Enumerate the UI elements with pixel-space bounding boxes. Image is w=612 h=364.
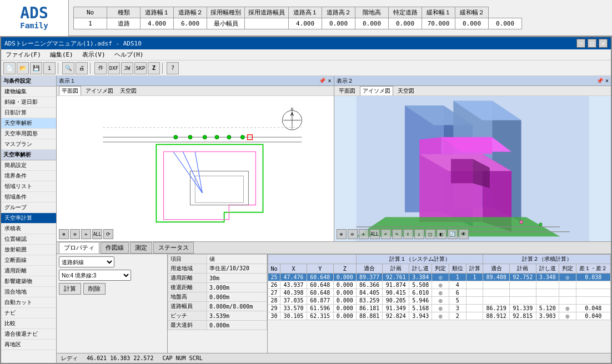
view1-close-icon[interactable]: × bbox=[328, 78, 331, 84]
view2-tab-iso[interactable]: アイソメ図 bbox=[360, 86, 393, 95]
header-th: 緩和幅１ bbox=[422, 7, 455, 18]
menu-help[interactable]: ヘルプ(H) bbox=[112, 49, 146, 60]
panel-tab-status[interactable]: ステータス bbox=[153, 242, 194, 254]
view1-pan[interactable]: ✛ bbox=[81, 229, 91, 239]
data-row[interactable]: 2643.93760.6480.00086.36691.8745.508◎4 bbox=[268, 281, 611, 289]
view2-pan[interactable]: ✛ bbox=[359, 229, 369, 239]
view1-tab-tenkuu[interactable]: 天空図 bbox=[118, 87, 139, 95]
props-row: ピッチ3.539m bbox=[168, 311, 267, 321]
view2-extra1[interactable]: □ bbox=[425, 229, 435, 239]
panel-tab-property[interactable]: プロパティ bbox=[59, 242, 99, 254]
view2-fit[interactable]: ALL bbox=[370, 229, 380, 239]
view2-tab-heimen[interactable]: 平面図 bbox=[337, 87, 358, 95]
sidebar-item-kyokai[interactable]: 境界条件 bbox=[1, 171, 56, 181]
view2-zoom-out[interactable]: ⊖ bbox=[348, 229, 358, 239]
del-button[interactable]: 削除 bbox=[83, 283, 106, 295]
sidebar-item-eikyo[interactable]: 影響建築物 bbox=[1, 276, 56, 287]
data-row[interactable]: 2740.39860.6480.00084.40590.4156.010◎6 bbox=[268, 289, 611, 297]
toolbar-btn-dxf[interactable]: DXF bbox=[108, 62, 120, 74]
minimize-button[interactable]: － bbox=[576, 39, 585, 48]
view2-tilt2[interactable]: ↓ bbox=[414, 229, 424, 239]
sidebar-item-jidocut[interactable]: 自動カット bbox=[1, 297, 56, 308]
view2-rotate1[interactable]: ↶ bbox=[381, 229, 391, 239]
view2-canvas: ⊕ ⊖ ✛ ALL ↶ ↷ ↑ ↓ □ ◧ 🔄 👁 bbox=[334, 96, 611, 241]
data-row[interactable]: 2933.57061.5960.00086.18191.3495.168◎386… bbox=[268, 305, 611, 312]
data-cell: 0.000 bbox=[333, 289, 356, 297]
toolbar-btn-info[interactable]: i bbox=[43, 62, 56, 74]
view2-close-icon[interactable]: × bbox=[605, 78, 609, 84]
sidebar-item-nichiei[interactable]: 日影計算 bbox=[1, 108, 56, 118]
data-row[interactable]: 2837.03560.8770.00083.25990.2055.946◎5 bbox=[268, 297, 611, 305]
data-th-keikaku2: 計画 bbox=[509, 264, 536, 274]
menu-view[interactable]: 表示(V) bbox=[80, 49, 108, 60]
menu-edit[interactable]: 編集(E) bbox=[48, 49, 76, 60]
toolbar-btn-jw[interactable]: JW bbox=[121, 62, 133, 74]
view1-rotate[interactable]: ⟳ bbox=[103, 229, 113, 239]
maximize-button[interactable]: □ bbox=[588, 39, 596, 48]
view1-zoom-in[interactable]: ⊕ bbox=[59, 229, 69, 239]
panel-tab-sokutei[interactable]: 測定 bbox=[130, 242, 152, 254]
data-cell bbox=[509, 281, 536, 289]
toolbar-btn-saku[interactable]: 作 bbox=[94, 62, 107, 74]
view2-extra3[interactable]: 🔄 bbox=[448, 229, 458, 239]
view2-rotate2[interactable]: ↷ bbox=[392, 229, 402, 239]
sidebar-item-tatemen[interactable]: 立断面線 bbox=[1, 255, 56, 266]
view2-pin-icon[interactable]: 📌 bbox=[596, 78, 603, 84]
sidebar-item-tekigo-navi[interactable]: 適合後退ナビ bbox=[1, 329, 56, 340]
sidebar-item-kanikantei[interactable]: 簡易設定 bbox=[1, 160, 56, 171]
sidebar-item-navi[interactable]: ナビ bbox=[1, 308, 56, 318]
toolbar-btn-search[interactable]: 🔍 bbox=[62, 62, 74, 74]
header-td: 0.000 bbox=[489, 18, 522, 29]
view1-fit[interactable]: ALL bbox=[92, 229, 102, 239]
view1-zoom-out[interactable]: ⊖ bbox=[70, 229, 80, 239]
sidebar-item-saichiku[interactable]: 再地区 bbox=[1, 340, 56, 350]
data-cell: 5.120 bbox=[536, 305, 559, 312]
ads-logo: ADS Family bbox=[0, 0, 69, 36]
view1-tab-heimen[interactable]: 平面図 bbox=[59, 86, 81, 95]
view2-extra4[interactable]: 👁 bbox=[459, 229, 469, 239]
data-cell bbox=[576, 281, 610, 289]
sidebar-item-masupuran[interactable]: マスプラン bbox=[1, 139, 56, 150]
toolbar-btn-skp[interactable]: SKP bbox=[134, 62, 147, 74]
data-row[interactable]: 3030.10562.3150.00088.88192.8243.943◎288… bbox=[268, 312, 611, 320]
sidebar-item-ichi[interactable]: 位置確認 bbox=[1, 234, 56, 245]
toolbar-btn-help[interactable]: ? bbox=[167, 62, 179, 74]
toolbar-btn-open[interactable]: 📂 bbox=[17, 62, 29, 74]
calc-button[interactable]: 計算 bbox=[59, 283, 81, 295]
view1-pin-icon[interactable]: 📌 bbox=[319, 78, 325, 84]
view2-extra2[interactable]: ◧ bbox=[437, 229, 447, 239]
panel-data: 計算１（システム計算） 計算２（求積計算） No X Y Z 適合 計画 bbox=[268, 254, 611, 353]
sidebar-item-tatemono[interactable]: 建物編集 bbox=[1, 87, 56, 97]
sidebar-item-shasen[interactable]: 斜線・逆日影 bbox=[1, 97, 56, 108]
view2-zoom-in[interactable]: ⊕ bbox=[337, 229, 347, 239]
data-th-empty bbox=[268, 255, 357, 264]
view2-panel: 表示２ 📌 × 平面図 アイソメ図 天空図 bbox=[334, 76, 611, 241]
sidebar-item-ryoiki-list[interactable]: 領域リスト bbox=[1, 181, 56, 192]
toolbar-btn-z[interactable]: Z bbox=[148, 62, 160, 74]
sidebar-item-tekiyo[interactable]: 適用距離 bbox=[1, 266, 56, 276]
sidebar-item-tenkuu-zukei[interactable]: 天空率用図形 bbox=[1, 129, 56, 139]
sidebar-item-ryoiki-joken[interactable]: 領域条件 bbox=[1, 192, 56, 203]
sidebar-item-tenkuu-keisan[interactable]: 天空率計算 bbox=[1, 213, 56, 224]
sidebar-item-hikaku[interactable]: 比較 bbox=[1, 318, 56, 329]
view1-tab-iso[interactable]: アイソメ図 bbox=[83, 87, 116, 95]
sidebar-item-kongo[interactable]: 混合地地 bbox=[1, 287, 56, 297]
view2-tilt1[interactable]: ↑ bbox=[403, 229, 413, 239]
sidebar-item-group[interactable]: グループ bbox=[1, 203, 56, 213]
toolbar-btn-new[interactable]: 📄 bbox=[3, 62, 16, 74]
data-cell: 0.048 bbox=[576, 305, 610, 312]
dropdown-boundary[interactable]: No:4 境界線:3 bbox=[59, 270, 131, 281]
close-button[interactable]: × bbox=[599, 39, 608, 48]
view2-tab-tenkuu[interactable]: 天空図 bbox=[395, 87, 417, 95]
header-td: 70.000 bbox=[422, 18, 455, 29]
sidebar-item-hosha[interactable]: 放射範囲 bbox=[1, 245, 56, 255]
sidebar-item-kyuseki[interactable]: 求積表 bbox=[1, 224, 56, 234]
dropdown-road-type[interactable]: 道路斜線 bbox=[59, 256, 114, 267]
panel-tab-zukei[interactable]: 作図線 bbox=[101, 242, 129, 254]
data-row[interactable]: 2547.47660.6480.00089.37792.7613.384◎118… bbox=[268, 274, 611, 281]
data-cell: 5.168 bbox=[409, 305, 432, 312]
toolbar-btn-print[interactable]: 🖨 bbox=[76, 62, 88, 74]
toolbar-btn-save[interactable]: 💾 bbox=[30, 62, 42, 74]
sidebar-item-tenkuu-kaiseki[interactable]: 天空率解析 bbox=[1, 118, 56, 129]
menu-file[interactable]: ファイル(F) bbox=[3, 49, 43, 60]
